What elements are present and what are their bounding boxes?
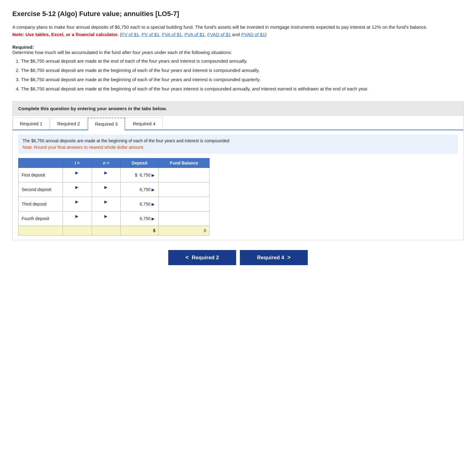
input-n-first[interactable]	[95, 175, 117, 180]
total-dollar-sign: $	[121, 226, 159, 236]
intro-paragraph: A company plans to make four annual depo…	[12, 23, 464, 38]
link-fvad[interactable]: FVAD of $1	[207, 32, 231, 37]
input-i-first[interactable]	[66, 175, 88, 180]
input-fund-fourth[interactable]	[166, 216, 206, 221]
cell-n-first[interactable]: ▶	[92, 168, 121, 182]
cell-fund-third[interactable]	[159, 197, 210, 211]
input-fund-second[interactable]	[166, 187, 206, 192]
arrow-n-fourth: ▶	[104, 214, 107, 219]
arrow-i-first: ▶	[75, 170, 78, 175]
total-n-empty	[92, 226, 121, 236]
table-row: First deposit ▶ ▶ $ 6,750 ▶	[19, 168, 210, 182]
required-description: Determine how much will be accumulated i…	[12, 50, 464, 55]
arrow-i-second: ▶	[75, 185, 78, 190]
cell-fund-second[interactable]	[159, 182, 210, 197]
prev-arrow-icon: <	[186, 254, 189, 261]
arrow-dep-fourth: ▶	[152, 216, 155, 221]
col-header-fund-balance: Fund Balance	[159, 158, 210, 168]
input-n-third[interactable]	[95, 204, 117, 209]
arrow-i-fourth: ▶	[75, 214, 78, 219]
cell-deposit-third: 6,750 ▶	[121, 197, 159, 211]
input-i-second[interactable]	[66, 190, 88, 194]
input-n-fourth[interactable]	[95, 219, 117, 223]
next-button[interactable]: Required 4 >	[240, 250, 308, 265]
arrow-dep-first: ▶	[152, 173, 155, 177]
page-title: Exercise 5-12 (Algo) Future value; annui…	[12, 10, 464, 18]
row-label-first: First deposit	[19, 168, 63, 182]
total-label-empty	[19, 226, 63, 236]
required-section: Required: Determine how much will be acc…	[12, 44, 464, 93]
tab-required-1[interactable]: Required 1	[13, 118, 49, 130]
input-n-second[interactable]	[95, 190, 117, 194]
arrow-i-third: ▶	[75, 199, 78, 204]
total-i-empty	[63, 226, 92, 236]
tab-required-2[interactable]: Required 2	[50, 118, 87, 130]
arrow-n-second: ▶	[104, 185, 107, 190]
tab-note-text: Note: Round your final answers to neares…	[23, 145, 144, 150]
instruction-banner: Complete this question by entering your …	[12, 101, 464, 116]
row-label-fourth: Fourth deposit	[19, 211, 63, 226]
cell-n-fourth[interactable]: ▶	[92, 211, 121, 226]
link-fva[interactable]: FVA of $1	[162, 32, 182, 37]
input-i-third[interactable]	[66, 204, 88, 209]
input-fund-first[interactable]	[166, 173, 206, 177]
col-header-n: n =	[92, 158, 121, 168]
next-arrow-icon: >	[287, 254, 291, 261]
input-total[interactable]	[166, 228, 206, 233]
tab-info-text: The $6,750 annual deposits are made at t…	[23, 138, 229, 143]
total-row: $	[19, 226, 210, 236]
tab-info-box: The $6,750 annual deposits are made at t…	[18, 135, 458, 154]
col-header-label	[19, 158, 63, 168]
cell-deposit-second: 6,750 ▶	[121, 182, 159, 197]
table-row: Second deposit ▶ ▶ 6,750 ▶	[19, 182, 210, 197]
next-button-label: Required 4	[257, 255, 284, 261]
required-label: Required:	[12, 44, 34, 50]
prev-button-label: Required 2	[192, 255, 219, 261]
tab-required-3[interactable]: Required 3	[88, 118, 125, 130]
link-fv[interactable]: FV of $1	[121, 32, 139, 37]
tab-required-4[interactable]: Required 4	[126, 118, 162, 130]
cell-deposit-fourth: 6,750 ▶	[121, 211, 159, 226]
link-pva[interactable]: PVA of $1	[185, 32, 205, 37]
cell-fund-first[interactable]	[159, 168, 210, 182]
arrow-n-first: ▶	[104, 170, 107, 175]
table-row: Third deposit ▶ ▶ 6,750 ▶	[19, 197, 210, 211]
tab-content-area: The $6,750 annual deposits are made at t…	[13, 130, 463, 240]
cell-fund-fourth[interactable]	[159, 211, 210, 226]
input-i-fourth[interactable]	[66, 219, 88, 223]
row-label-second: Second deposit	[19, 182, 63, 197]
input-fund-third[interactable]	[166, 202, 206, 206]
cell-i-third[interactable]: ▶	[63, 197, 92, 211]
prev-button[interactable]: < Required 2	[168, 250, 236, 265]
cell-n-third[interactable]: ▶	[92, 197, 121, 211]
link-pvad[interactable]: PVAD of $1	[241, 32, 265, 37]
cell-i-first[interactable]: ▶	[63, 168, 92, 182]
situation-4: The $6,750 annual deposit are made at th…	[21, 85, 464, 93]
cell-n-second[interactable]: ▶	[92, 182, 121, 197]
nav-buttons-container: < Required 2 Required 4 >	[12, 250, 464, 265]
col-header-i: i =	[63, 158, 92, 168]
tabs-row: Required 1 Required 2 Required 3 Require…	[13, 116, 463, 130]
cell-i-second[interactable]: ▶	[63, 182, 92, 197]
note-label: Note: Use tables, Excel, or a financial …	[12, 32, 119, 37]
deposit-table: i = n = Deposit Fund Balance First depos…	[18, 158, 210, 236]
row-label-third: Third deposit	[19, 197, 63, 211]
table-row: Fourth deposit ▶ ▶ 6,750 ▶	[19, 211, 210, 226]
situation-3: The $6,750 annual deposit are made at th…	[21, 76, 464, 83]
arrow-dep-third: ▶	[152, 202, 155, 206]
cell-i-fourth[interactable]: ▶	[63, 211, 92, 226]
situation-2: The $6,750 annual deposit are made at th…	[21, 67, 464, 74]
situation-1: The $6,750 annual deposit are made at th…	[21, 57, 464, 65]
col-header-deposit: Deposit	[121, 158, 159, 168]
arrow-dep-second: ▶	[152, 187, 155, 192]
total-value[interactable]	[159, 226, 210, 236]
tabs-container: Required 1 Required 2 Required 3 Require…	[12, 116, 464, 240]
situation-list: The $6,750 annual deposit are made at th…	[21, 57, 464, 93]
cell-deposit-first: $ 6,750 ▶	[121, 168, 159, 182]
arrow-n-third: ▶	[104, 199, 107, 204]
link-pv[interactable]: PV of $1	[142, 32, 160, 37]
